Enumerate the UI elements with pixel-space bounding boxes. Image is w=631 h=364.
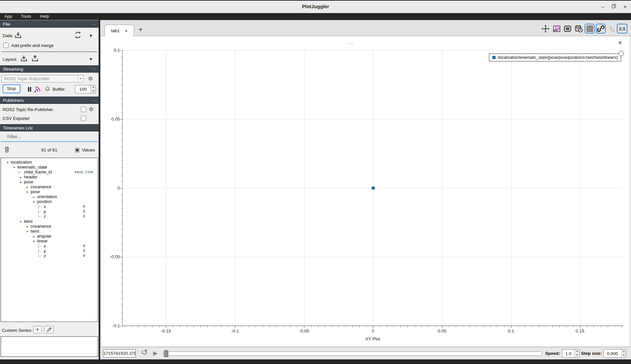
menu-help[interactable]: Help [36,13,53,20]
save-layout-button[interactable] [31,54,39,64]
pan-zoom-button[interactable] [541,24,550,34]
layout-more-arrow-icon[interactable]: ▶ [90,57,93,60]
reload-data-button[interactable] [74,31,82,40]
plot-close-icon[interactable]: × [618,39,622,47]
streaming-source-combobox[interactable]: ROS2 Topic Subscriber ▾ [1,75,83,82]
tree-item-label: y [44,248,46,253]
buffer-input[interactable] [75,85,91,93]
spin-down-icon[interactable]: ▼ [621,353,626,357]
tree-item-header[interactable]: ▸header [1,174,98,179]
save-layout-icon [31,54,39,62]
streaming-settings-gear-icon[interactable]: ⚙ [88,76,93,81]
spin-arrows[interactable]: ▲▼ [91,85,96,93]
republisher-checkbox[interactable] [81,107,86,112]
tree-item-label: z [44,214,46,219]
step-size-spinbox[interactable]: ▲▼ [603,349,626,358]
time-readout[interactable] [103,349,136,357]
speed-input[interactable] [562,350,574,357]
load-data-icon [14,31,22,39]
tree-item-y[interactable]: ├─y0 [1,248,98,253]
plot-canvas[interactable]: /localization/kinematic_state/[pose/pose… [122,50,623,326]
tree-item-linear[interactable]: ▾linear [1,238,98,243]
tree-item-angular[interactable]: ▸angular [1,233,98,238]
tree-item-pose[interactable]: ▾pose [1,179,98,184]
time-slider[interactable] [163,352,542,356]
x-minor-tick [228,326,228,327]
restore-button[interactable] [610,3,618,11]
loop-button[interactable]: ↺ [141,348,148,357]
filter-input[interactable] [4,133,95,140]
values-checkbox[interactable] [75,148,80,152]
x-axis-title: XY Plot [122,336,623,341]
pause-button[interactable] [26,86,33,94]
tree-item-x[interactable]: ├─x0 [1,204,98,209]
tree-item-twist[interactable]: ▾twist [1,228,98,233]
tree-item-z[interactable]: └─z0 [1,214,98,218]
speed-spinbox[interactable]: ▲▼ [562,349,580,358]
load-layout-button[interactable] [20,54,28,64]
menu-app[interactable]: App [1,13,16,20]
stop-streaming-button[interactable]: Stop [3,84,20,93]
x-minor-tick [401,326,401,327]
streaming-status-button[interactable] [34,85,42,95]
grid-toggle-button[interactable] [585,24,595,34]
tree-item-orientation[interactable]: ▸orientation [1,194,98,199]
step-size-input[interactable] [604,350,621,357]
t0-offset-button[interactable]: tO [607,24,617,34]
csv-exporter-checkbox[interactable] [81,116,86,121]
tab-tab1[interactable]: tab1 × [105,25,134,36]
add-custom-series-button[interactable]: + [33,326,42,333]
spin-up-icon[interactable]: ▲ [91,85,96,89]
add-tab-button[interactable]: + [136,26,145,34]
link-axes-button[interactable] [596,24,606,34]
tree-item-x[interactable]: ├─x0 [1,243,98,248]
datetime-scale-button[interactable] [574,24,584,34]
custom-series-list[interactable] [1,336,98,357]
tree-item-covariance[interactable]: ▸covariance [1,184,98,189]
legend-handle[interactable] [619,51,624,56]
section-header-publishers[interactable]: Publishers - [0,97,99,104]
tree-item-localization[interactable]: ▾localization [1,159,98,164]
republisher-gear-icon[interactable]: ⚙ [89,107,93,112]
spin-up-icon[interactable]: ▲ [621,350,626,353]
tree-item-pose[interactable]: ▾pose [1,189,98,194]
tree-item-position[interactable]: ▾position [1,199,98,204]
tree-item-child_frame_id[interactable]: ├─child_frame_idbase_link [1,169,98,174]
section-header-streaming[interactable]: Streaming - [0,65,99,73]
spin-up-icon[interactable]: ▲ [575,350,579,353]
spin-arrows[interactable]: ▲▼ [621,350,626,357]
time-slider-handle[interactable] [164,350,168,357]
load-data-button[interactable] [14,31,22,40]
x-minor-tick [421,326,422,327]
play-button[interactable]: ▶ [153,350,158,357]
tree-item-covariance[interactable]: ▸covariance [1,223,98,228]
ratio-1-1-button[interactable]: 1:1 [617,24,627,34]
plot-title[interactable]: ... [331,39,370,45]
y-minor-tick [121,291,123,292]
spin-down-icon[interactable]: ▼ [575,353,579,357]
tree-item-label: pose [31,189,40,194]
minimize-button[interactable]: – [598,3,607,11]
x-minor-tick [518,326,518,327]
section-header-file[interactable]: File - [0,20,99,28]
tree-item-kinematic_state[interactable]: ▾kinematic_state [1,164,98,169]
tree-item-twist[interactable]: ▾twist [1,218,98,223]
notifications-button[interactable] [44,85,51,94]
plot-legend[interactable]: /localization/kinematic_state/[pose/pose… [489,54,621,61]
data-more-arrow-icon[interactable]: ▶ [90,34,93,37]
edit-custom-series-button[interactable] [44,326,54,333]
tree-item-z[interactable]: └─z0 [1,253,98,258]
cursor-tracker-button[interactable]: 1 [552,24,562,34]
y-minor-tick [121,92,123,92]
spin-down-icon[interactable]: ▼ [91,89,96,93]
tree-item-y[interactable]: ├─y0 [1,209,98,214]
prefix-merge-checkbox[interactable] [3,43,9,48]
buffer-spinbox[interactable]: ▲▼ [75,85,96,93]
tab-close-icon[interactable]: × [125,28,128,34]
section-header-timeseries[interactable]: Timeseries List [0,124,99,131]
delete-series-button[interactable] [3,146,11,154]
menu-tools[interactable]: Tools [17,13,35,20]
spin-arrows[interactable]: ▲▼ [574,350,579,357]
close-button[interactable]: × [621,3,629,11]
legend-toggle-button[interactable] [563,24,573,34]
